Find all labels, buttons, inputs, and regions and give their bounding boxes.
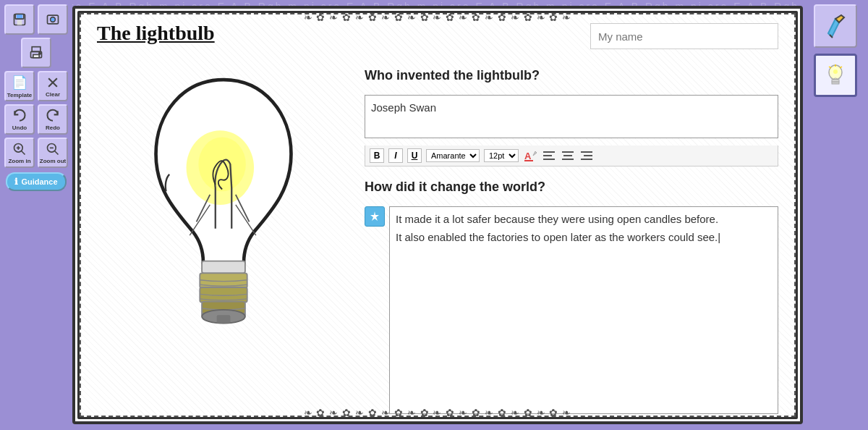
svg-point-23 xyxy=(833,69,838,74)
question1-answer-box[interactable]: Joseph Swan xyxy=(365,95,778,138)
svg-point-5 xyxy=(51,17,56,22)
svg-rect-2 xyxy=(17,20,22,25)
svg-rect-43 xyxy=(543,155,552,156)
left-toolbar: 📄 Template Clear Undo Redo xyxy=(0,0,72,430)
italic-button[interactable]: I xyxy=(388,148,403,163)
page-title: The lightbulb xyxy=(97,22,215,45)
question1-answer-text: Joseph Swan xyxy=(371,101,772,114)
svg-rect-1 xyxy=(17,14,22,20)
svg-line-17 xyxy=(55,151,59,154)
svg-rect-8 xyxy=(33,55,39,58)
lightbulb-tool-button[interactable] xyxy=(814,54,857,97)
zoom-in-button[interactable]: Zoom in xyxy=(4,138,35,168)
svg-rect-47 xyxy=(562,159,574,160)
font-size-select[interactable]: 12pt 14pt 16pt xyxy=(484,149,519,162)
font-select[interactable]: Amarante Arial Georgia xyxy=(426,149,480,162)
formatting-toolbar: B I U Amarante Arial Georgia 12pt 14pt 1… xyxy=(365,146,778,166)
svg-rect-50 xyxy=(581,159,592,160)
pen-tool-button[interactable] xyxy=(814,4,857,48)
svg-rect-49 xyxy=(584,155,592,156)
svg-rect-33 xyxy=(202,261,245,274)
svg-point-9 xyxy=(39,53,41,55)
svg-rect-6 xyxy=(32,47,41,52)
lightbulb-image xyxy=(90,30,357,414)
name-input-container xyxy=(365,23,778,49)
bold-button[interactable]: B xyxy=(370,148,384,163)
svg-rect-38 xyxy=(217,315,231,323)
svg-marker-41 xyxy=(533,151,537,156)
svg-rect-42 xyxy=(543,151,555,153)
questions-section: Who invented the lightbulb? Joseph Swan … xyxy=(357,30,786,414)
align-left-button[interactable] xyxy=(542,148,556,163)
svg-rect-45 xyxy=(562,151,574,153)
photo-button[interactable] xyxy=(38,4,68,35)
align-right-button[interactable] xyxy=(579,148,594,163)
svg-rect-40 xyxy=(524,160,533,161)
save-button[interactable] xyxy=(4,4,35,35)
svg-line-13 xyxy=(22,151,25,154)
question1-label: Who invented the lightbulb? xyxy=(365,68,778,83)
bottom-ornament: ❧ ✿ ❧ ✿ ❧ ✿ ❧ ✿ ❧ ✿ ❧ ✿ ❧ ✿ ❧ ✿ ❧ ✿ ❧ ✿ … xyxy=(75,407,800,418)
underline-button[interactable]: U xyxy=(407,148,422,163)
undo-button[interactable]: Undo xyxy=(4,104,35,135)
question2-answer-line1: It made it a lot safer because they were… xyxy=(396,213,772,225)
top-ornament: ❧ ✿ ❧ ✿ ❧ ✿ ❧ ✿ ❧ ✿ ❧ ✿ ❧ ✿ ❧ ✿ ❧ ✿ ❧ ✿ … xyxy=(75,12,800,23)
align-center-button[interactable] xyxy=(561,148,575,163)
svg-rect-22 xyxy=(832,82,839,84)
template-button[interactable]: 📄 Template xyxy=(4,71,35,101)
main-content-area: The lightbulb xyxy=(72,6,803,424)
question2-area: It made it a lot safer because they were… xyxy=(365,206,778,414)
question2-label: How did it change the world? xyxy=(365,180,778,195)
question2-answer-line2: It also enabled the factories to open la… xyxy=(396,231,772,243)
question2-answer-box[interactable]: It made it a lot safer because they were… xyxy=(389,206,778,414)
print-button[interactable] xyxy=(21,38,51,68)
zoom-out-button[interactable]: Zoom out xyxy=(38,138,68,168)
name-input[interactable] xyxy=(590,23,778,49)
svg-rect-46 xyxy=(563,155,572,156)
font-color-button[interactable]: A xyxy=(523,148,537,163)
svg-rect-44 xyxy=(543,159,555,160)
svg-rect-48 xyxy=(581,151,592,153)
svg-point-28 xyxy=(198,138,245,192)
magic-button[interactable] xyxy=(365,206,385,227)
svg-text:A: A xyxy=(524,151,532,161)
guidance-button[interactable]: ℹ Guidance xyxy=(6,172,66,191)
clear-button[interactable]: Clear xyxy=(38,71,68,101)
redo-button[interactable]: Redo xyxy=(38,104,68,135)
right-panel xyxy=(803,0,868,430)
